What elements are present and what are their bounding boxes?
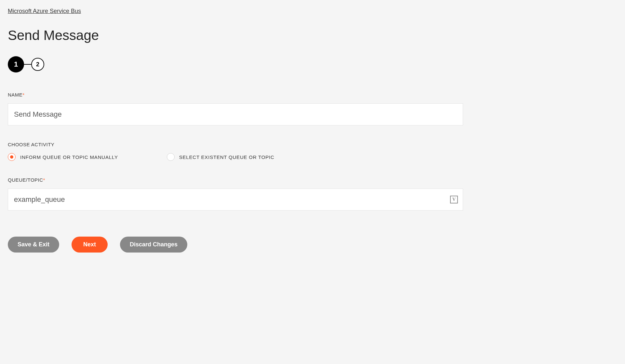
- queue-topic-input-wrapper: V: [8, 188, 463, 211]
- step-1[interactable]: 1: [8, 56, 24, 72]
- name-label: NAME*: [8, 92, 617, 98]
- radio-label-inform: INFORM QUEUE OR TOPIC MANUALLY: [20, 154, 118, 160]
- next-button[interactable]: Next: [72, 237, 108, 253]
- name-label-text: NAME: [8, 92, 22, 98]
- breadcrumb-link[interactable]: Microsoft Azure Service Bus: [8, 8, 81, 15]
- radio-label-select: SELECT EXISTENT QUEUE OR TOPIC: [179, 154, 274, 160]
- step-2[interactable]: 2: [31, 58, 44, 71]
- variable-icon[interactable]: V: [450, 196, 458, 203]
- radio-circle-icon: [8, 153, 16, 161]
- button-row: Save & Exit Next Discard Changes: [8, 237, 617, 253]
- step-connector: [24, 64, 31, 65]
- queue-topic-label: QUEUE/TOPIC*: [8, 177, 617, 183]
- radio-select-existent[interactable]: SELECT EXISTENT QUEUE OR TOPIC: [167, 153, 274, 161]
- radio-inform-manually[interactable]: INFORM QUEUE OR TOPIC MANUALLY: [8, 153, 118, 161]
- queue-topic-input[interactable]: [8, 188, 463, 211]
- radio-circle-icon: [167, 153, 175, 161]
- name-input[interactable]: [8, 103, 463, 125]
- save-exit-button[interactable]: Save & Exit: [8, 237, 59, 253]
- name-field-group: NAME*: [8, 92, 617, 125]
- stepper: 1 2: [8, 56, 617, 72]
- required-marker: *: [43, 177, 45, 183]
- activity-radio-group: INFORM QUEUE OR TOPIC MANUALLY SELECT EX…: [8, 153, 617, 161]
- radio-dot-icon: [10, 155, 13, 159]
- activity-field-group: CHOOSE ACTIVITY INFORM QUEUE OR TOPIC MA…: [8, 142, 617, 161]
- discard-changes-button[interactable]: Discard Changes: [120, 237, 187, 253]
- activity-label: CHOOSE ACTIVITY: [8, 142, 617, 147]
- required-marker: *: [22, 92, 24, 98]
- queue-topic-label-text: QUEUE/TOPIC: [8, 177, 43, 183]
- queue-topic-field-group: QUEUE/TOPIC* V: [8, 177, 617, 211]
- page-title: Send Message: [8, 28, 617, 43]
